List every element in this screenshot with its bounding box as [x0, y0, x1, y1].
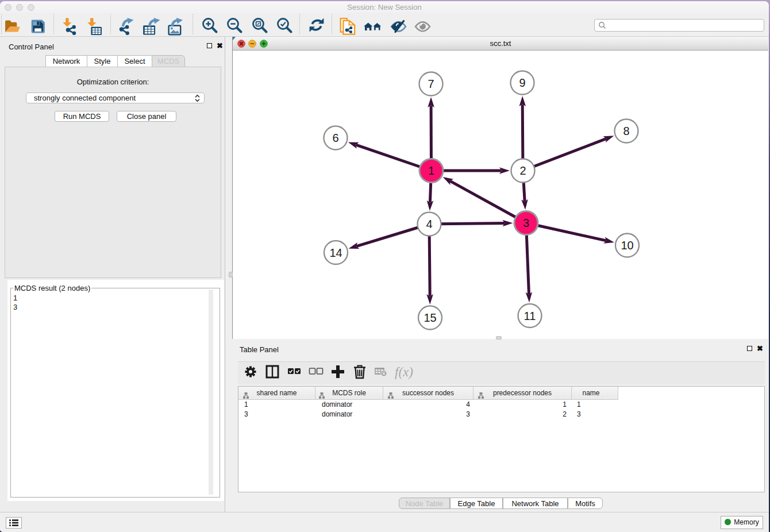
svg-text:4: 4 [426, 218, 432, 230]
svg-text:6: 6 [332, 132, 338, 144]
svg-text:10: 10 [621, 239, 633, 252]
svg-text:15: 15 [424, 311, 436, 324]
svg-text:11: 11 [524, 310, 536, 322]
svg-text:8: 8 [623, 125, 629, 137]
svg-text:1: 1 [428, 164, 434, 177]
svg-text:9: 9 [519, 76, 525, 89]
svg-text:3: 3 [523, 217, 529, 229]
svg-text:f(x): f(x) [395, 365, 413, 379]
svg-text:2: 2 [519, 164, 526, 177]
svg-text:7: 7 [428, 78, 434, 90]
svg-text:14: 14 [329, 246, 342, 259]
